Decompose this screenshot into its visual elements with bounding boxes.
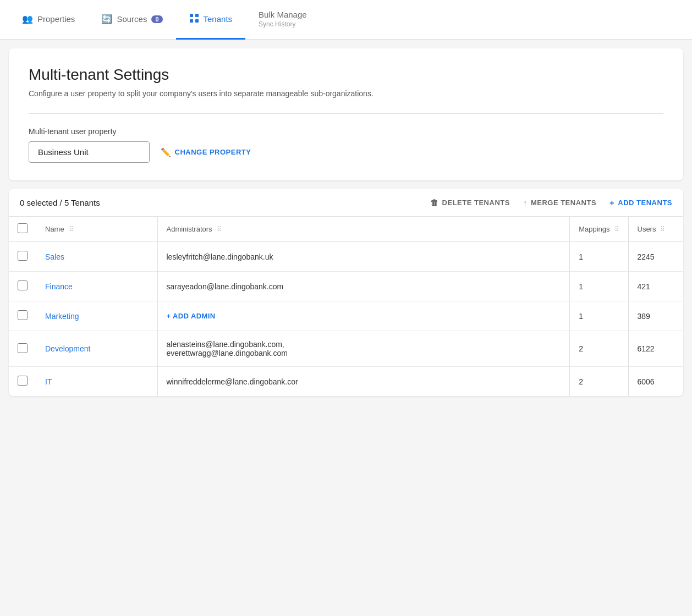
col-header-administrators: Administrators ⠿ (157, 217, 570, 242)
property-label: Multi-tenant user property (29, 127, 663, 136)
table-row: Developmentalenasteins@lane.dingobank.co… (9, 331, 683, 367)
tab-bar: 👥 Properties 🔄 Sources 0 Tenants Bulk Ma… (0, 0, 692, 40)
tab-bulk-manage[interactable]: Bulk Manage Sync History (245, 0, 320, 40)
col-header-users: Users ⠿ (628, 217, 683, 242)
table-row: Marketing+ ADD ADMIN1389 (9, 301, 683, 331)
sources-icon: 🔄 (101, 14, 112, 24)
tab-tenants[interactable]: Tenants (176, 0, 246, 40)
merge-tenants-button[interactable]: ↑ MERGE TENANTS (523, 198, 596, 207)
table-toolbar: 0 selected / 5 Tenants 🗑 DELETE TENANTS … (9, 189, 683, 217)
property-row: Business Unit ✏️ CHANGE PROPERTY (29, 141, 663, 163)
col-users-drag[interactable]: ⠿ (660, 226, 665, 233)
svg-rect-3 (195, 19, 199, 23)
row-0-checkbox-cell (9, 242, 36, 272)
settings-divider (29, 113, 663, 114)
svg-rect-2 (190, 19, 193, 23)
row-4-name-link[interactable]: IT (45, 377, 52, 386)
col-users-label: Users (638, 225, 656, 233)
row-3-users: 6122 (628, 331, 683, 367)
row-1-mappings: 1 (570, 272, 628, 301)
col-mappings-label: Mappings (579, 225, 609, 233)
row-4-administrators: winnifreddelerme@lane.dingobank.cor (157, 367, 570, 397)
col-name-drag[interactable]: ⠿ (69, 226, 74, 233)
tenants-table: Name ⠿ Administrators ⠿ Mappings ⠿ (9, 217, 683, 396)
tab-properties[interactable]: 👥 Properties (9, 0, 88, 40)
row-1-name[interactable]: Finance (36, 272, 157, 301)
table-row: Financesarayeadon@lane.dingobank.com1421 (9, 272, 683, 301)
select-all-header[interactable] (9, 217, 36, 242)
row-4-admin-email: winnifreddelerme@lane.dingobank.cor (167, 377, 298, 386)
row-4-users: 6006 (628, 367, 683, 397)
row-2-name[interactable]: Marketing (36, 301, 157, 331)
svg-rect-1 (195, 14, 199, 17)
row-3-admin-email: alenasteins@lane.dingobank.com, everettw… (167, 340, 288, 358)
row-0-mappings: 1 (570, 242, 628, 272)
row-1-checkbox[interactable] (18, 280, 28, 290)
row-1-name-link[interactable]: Finance (45, 282, 73, 291)
col-admin-drag[interactable]: ⠿ (217, 226, 222, 233)
row-1-checkbox-cell (9, 272, 36, 301)
row-4-checkbox-cell (9, 367, 36, 397)
row-3-mappings: 2 (570, 331, 628, 367)
row-2-users: 389 (628, 301, 683, 331)
row-1-administrators: sarayeadon@lane.dingobank.com (157, 272, 570, 301)
table-header-row: Name ⠿ Administrators ⠿ Mappings ⠿ (9, 217, 683, 242)
table-card: 0 selected / 5 Tenants 🗑 DELETE TENANTS … (9, 189, 683, 396)
select-all-checkbox[interactable] (18, 223, 28, 233)
tab-bulk-manage-label: Bulk Manage (259, 10, 307, 19)
merge-tenants-label: MERGE TENANTS (531, 199, 596, 207)
delete-tenants-label: DELETE TENANTS (442, 199, 510, 207)
row-2-administrators: + ADD ADMIN (157, 301, 570, 331)
table-row: Saleslesleyfritch@lane.dingobank.uk12245 (9, 242, 683, 272)
settings-card: Multi-tenant Settings Configure a user p… (9, 48, 683, 180)
col-header-mappings: Mappings ⠿ (570, 217, 628, 242)
row-3-name-link[interactable]: Development (45, 344, 91, 353)
row-0-users: 2245 (628, 242, 683, 272)
tab-tenants-label: Tenants (204, 14, 233, 24)
row-2-add-admin-button[interactable]: + ADD ADMIN (167, 312, 216, 320)
col-admin-label: Administrators (167, 225, 212, 233)
row-3-name[interactable]: Development (36, 331, 157, 367)
add-icon: + (609, 198, 614, 207)
row-0-name[interactable]: Sales (36, 242, 157, 272)
row-0-name-link[interactable]: Sales (45, 252, 64, 261)
row-2-checkbox-cell (9, 301, 36, 331)
tab-bulk-manage-sub: Sync History (259, 20, 295, 28)
pencil-icon: ✏️ (161, 147, 172, 157)
row-0-administrators: lesleyfritch@lane.dingobank.uk (157, 242, 570, 272)
row-4-checkbox[interactable] (18, 376, 28, 386)
row-1-admin-email: sarayeadon@lane.dingobank.com (167, 282, 284, 291)
tab-properties-label: Properties (37, 14, 75, 24)
row-3-checkbox[interactable] (18, 343, 28, 353)
tenants-icon (189, 13, 199, 25)
row-2-mappings: 1 (570, 301, 628, 331)
add-tenants-label: ADD TENANTS (618, 199, 672, 207)
col-mappings-drag[interactable]: ⠿ (614, 226, 619, 233)
properties-icon: 👥 (22, 14, 33, 24)
row-1-users: 421 (628, 272, 683, 301)
row-2-name-link[interactable]: Marketing (45, 312, 79, 321)
sources-badge: 0 (151, 15, 162, 23)
add-tenants-button[interactable]: + ADD TENANTS (609, 198, 672, 207)
change-property-label: CHANGE PROPERTY (175, 148, 251, 156)
row-3-checkbox-cell (9, 331, 36, 367)
row-4-name[interactable]: IT (36, 367, 157, 397)
settings-title: Multi-tenant Settings (29, 66, 663, 84)
settings-description: Configure a user property to split your … (29, 89, 663, 98)
row-3-administrators: alenasteins@lane.dingobank.com, everettw… (157, 331, 570, 367)
tab-sources[interactable]: 🔄 Sources 0 (88, 0, 175, 40)
merge-icon: ↑ (523, 198, 528, 207)
tenants-table-body: Saleslesleyfritch@lane.dingobank.uk12245… (9, 242, 683, 397)
delete-tenants-button[interactable]: 🗑 DELETE TENANTS (430, 198, 510, 207)
change-property-button[interactable]: ✏️ CHANGE PROPERTY (161, 147, 251, 157)
row-0-admin-email: lesleyfritch@lane.dingobank.uk (167, 252, 273, 261)
selected-count: 0 selected / 5 Tenants (20, 198, 108, 207)
svg-rect-0 (190, 14, 193, 17)
delete-icon: 🗑 (430, 198, 439, 207)
col-name-label: Name (45, 225, 64, 233)
tab-sources-label: Sources (117, 14, 147, 24)
col-header-name: Name ⠿ (36, 217, 157, 242)
row-2-checkbox[interactable] (18, 310, 28, 320)
row-0-checkbox[interactable] (18, 251, 28, 261)
table-row: ITwinnifreddelerme@lane.dingobank.cor260… (9, 367, 683, 397)
